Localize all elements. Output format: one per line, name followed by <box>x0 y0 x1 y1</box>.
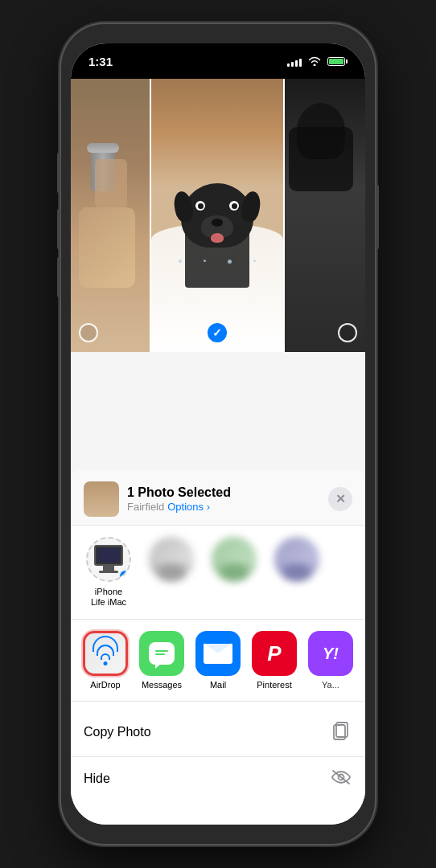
airdrop-wifi-symbol <box>92 640 119 667</box>
status-time: 1:31 <box>88 55 113 68</box>
svg-point-0 <box>125 577 127 579</box>
share-options-link[interactable]: Options › <box>167 501 210 513</box>
hide-icon <box>330 768 352 789</box>
share-header: 1 Photo Selected Fairfield Options › ✕ <box>71 470 365 526</box>
checkmark-icon: ✓ <box>212 326 222 339</box>
photo-right-select[interactable] <box>338 323 357 342</box>
action-rows: Copy Photo Hide <box>71 708 365 800</box>
imac-icon <box>94 545 123 573</box>
hide-row[interactable]: Hide <box>71 757 365 800</box>
apps-row: AirDrop Messages <box>71 620 365 702</box>
mail-label: Mail <box>210 680 226 690</box>
photo-right[interactable] <box>285 79 365 352</box>
device-iphone-life-imac[interactable]: iPhone Life iMac <box>84 537 134 608</box>
airdrop-icon <box>83 631 128 676</box>
contact-item-3[interactable]: · <box>209 537 259 608</box>
battery-icon <box>327 57 348 66</box>
pinterest-label: Pinterest <box>257 680 291 690</box>
hide-label: Hide <box>84 772 110 786</box>
phone-frame: 1:31 <box>61 24 375 844</box>
imac-label: iPhone Life iMac <box>91 587 126 608</box>
share-subtitle: Fairfield Options › <box>127 501 320 513</box>
copy-photo-row[interactable]: Copy Photo <box>71 708 365 757</box>
airdrop-badge <box>118 569 131 582</box>
share-title: 1 Photo Selected <box>127 485 320 500</box>
phone-screen: 1:31 <box>71 43 365 825</box>
messages-label: Messages <box>142 680 182 690</box>
messages-icon <box>139 631 184 676</box>
photo-center[interactable]: ✓ <box>151 79 285 352</box>
app-mail[interactable]: Mail <box>193 631 243 690</box>
app-yahoo[interactable]: Y! Ya... <box>306 631 356 690</box>
app-pinterest[interactable]: P Pinterest <box>249 631 299 690</box>
share-location: Fairfield <box>127 501 164 513</box>
share-header-text: 1 Photo Selected Fairfield Options › <box>127 485 320 513</box>
contact-avatar-2 <box>149 537 194 582</box>
imac-avatar <box>86 537 131 582</box>
photo-left-select[interactable] <box>79 323 98 342</box>
copy-photo-label: Copy Photo <box>84 725 151 739</box>
copy-icon <box>330 719 352 745</box>
contact-item-4[interactable]: · <box>272 537 322 608</box>
app-airdrop[interactable]: AirDrop <box>80 631 130 690</box>
yahoo-label: Ya... <box>322 680 339 690</box>
share-sheet: 1 Photo Selected Fairfield Options › ✕ <box>71 470 365 825</box>
mail-icon <box>195 631 241 676</box>
contact-avatar-4 <box>274 537 319 582</box>
photo-center-select[interactable]: ✓ <box>208 323 227 342</box>
yahoo-icon: Y! <box>308 631 353 676</box>
app-messages[interactable]: Messages <box>137 631 187 690</box>
close-button[interactable]: ✕ <box>328 487 352 511</box>
photo-gallery: ✓ <box>71 79 365 352</box>
wifi-icon <box>308 55 321 68</box>
status-bar: 1:31 <box>71 43 365 79</box>
people-row: iPhone Life iMac · · <box>71 526 365 620</box>
close-icon: ✕ <box>335 492 346 506</box>
svg-line-4 <box>333 771 349 784</box>
status-icons <box>287 55 348 68</box>
bottom-padding <box>71 800 365 825</box>
pinterest-p-letter: P <box>267 641 281 666</box>
pinterest-icon: P <box>252 631 297 676</box>
contact-avatar-3 <box>212 537 257 582</box>
photo-left[interactable] <box>71 79 151 352</box>
share-thumbnail <box>84 481 119 517</box>
signal-icon <box>287 57 302 67</box>
contact-item-2[interactable]: · <box>146 537 196 608</box>
airdrop-label: AirDrop <box>90 680 120 690</box>
